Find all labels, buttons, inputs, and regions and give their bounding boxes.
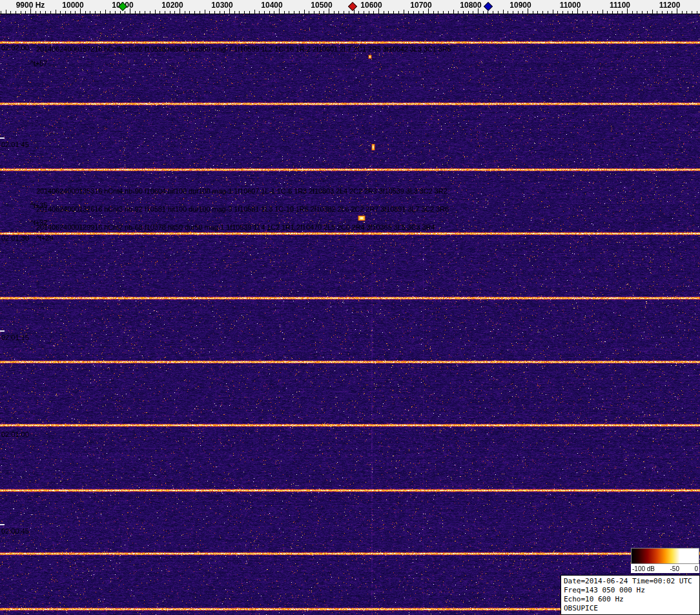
freq-tick-label-10600: 10600 (360, 1, 382, 10)
detection-record-3: 20140624000132616 hCnt3 nb-92 f10581 hit… (36, 205, 449, 213)
detection-record-4: 20140624000129916 hCnt2 nb-68 f10378 hit… (36, 223, 435, 231)
frequency-ruler[interactable]: 9900 Hz 10000 10100 10200 10300 10400 10… (0, 0, 700, 14)
time-label-020130: 02:01:30 (1, 234, 29, 242)
time-label-020145: 02:01:45 (1, 141, 29, 148)
colorbar-label-mid: -50 (670, 565, 679, 572)
colorbar-label-max: 0 (694, 565, 698, 572)
freq-tick-label-10700: 10700 (410, 1, 431, 10)
colorbar-labels: -100 dB -50 0 (631, 564, 699, 573)
info-station-line: OBSUPICE (564, 604, 697, 613)
detection-offset-label-1: ^t+57 (30, 59, 47, 67)
freq-tick-label-10000: 10000 (62, 1, 83, 10)
observation-info-box: Date=2014-06-24 Time=00:02 UTC Freq=143 … (561, 575, 700, 615)
freq-tick-label-11000: 11000 (560, 1, 581, 10)
info-echo-line: Echo=10 600 Hz (564, 595, 697, 604)
detection-offset-label-4: ^t+29 (36, 234, 53, 242)
freq-tick-label-11100: 11100 (610, 1, 630, 10)
time-label-020045: 02:00:45 (1, 527, 29, 535)
freq-tick-label-10200: 10200 (161, 1, 183, 10)
freq-tick-label-10300: 10300 (211, 1, 232, 10)
info-date-line: Date=2014-06-24 Time=00:02 UTC (564, 577, 697, 586)
time-label-020200: 02:02:00 (1, 44, 29, 52)
colorbar-gradient (631, 548, 699, 564)
spectrogram-canvas (0, 14, 700, 615)
freq-tick-label-10400: 10400 (261, 1, 282, 10)
db-colorbar: -100 dB -50 0 (631, 548, 699, 573)
freq-tick-label-10500: 10500 (311, 1, 332, 10)
freq-tick-label-11200: 11200 (659, 1, 681, 10)
time-label-020100: 02:01:00 (1, 430, 29, 438)
freq-tick-label-10800: 10800 (460, 1, 481, 10)
meteor-spectrogram-app: { "chart_data": { "type": "heatmap", "su… (0, 0, 700, 615)
waterfall-area[interactable]: 02:02:00 02:01:45 02:01:30 02:01:15 02:0… (0, 14, 700, 615)
freq-tick-label-10900: 10900 (510, 1, 531, 10)
colorbar-label-min: -100 dB (632, 565, 655, 572)
time-label-020115: 02:01:15 (1, 334, 29, 341)
freq-tick-label-9900: 9900 Hz (16, 1, 45, 10)
detection-record-2: 20140624000135316 hCnt4 nb-90 f10604 hit… (36, 187, 448, 195)
info-freq-line: Freq=143 050 000 Hz (564, 586, 697, 595)
detection-record-1: 20140624000157216 hCnt5 nb-92 f10598 hit… (36, 45, 451, 53)
